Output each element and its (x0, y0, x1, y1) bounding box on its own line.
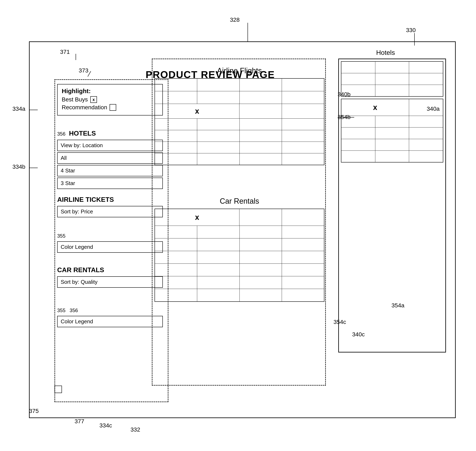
grid-cell (282, 238, 324, 251)
grid-row (341, 73, 443, 85)
grid-cell (409, 116, 443, 127)
grid-cell (282, 91, 324, 104)
main-content-332: Airline Flights (152, 59, 326, 386)
grid-row (155, 289, 324, 301)
highlight-section: Highlight: Best Buys x Recommendation (57, 84, 163, 115)
four-star-option[interactable]: 4 Star (57, 165, 163, 176)
color-legend-2[interactable]: Color Legend (57, 316, 163, 327)
arrow-371 (76, 54, 76, 60)
car-rentals-label: Car Rentals (154, 194, 324, 209)
grid-row (155, 251, 324, 264)
grid-cell-x-354c: x (155, 209, 239, 226)
grid-cell (375, 127, 409, 139)
grid-row (155, 276, 324, 289)
grid-cell (375, 62, 409, 73)
three-star-option[interactable]: 3 Star (57, 178, 163, 189)
grid-cell (375, 116, 409, 127)
grid-row-highlighted: x (155, 209, 324, 226)
grid-cell (341, 62, 375, 73)
ref-354a: 354a (392, 302, 404, 309)
car-rentals-title: CAR RENTALS (57, 266, 163, 274)
grid-row (341, 127, 443, 139)
grid-cell (341, 139, 375, 150)
car-rentals-grid: x (154, 209, 324, 302)
recommendation-row: Recommendation (62, 104, 158, 111)
grid-row (155, 130, 324, 142)
hotels-title: 356 HOTELS (57, 130, 163, 137)
recommendation-checkbox[interactable] (109, 104, 116, 111)
grid-cell (197, 119, 239, 130)
grid-cell (155, 153, 197, 165)
ref-330: 330 (406, 27, 416, 33)
best-buys-row: Best Buys x (62, 96, 158, 103)
sort-by-price[interactable]: Sort by: Price (57, 206, 163, 217)
sort-by-quality[interactable]: Sort by: Quality (57, 276, 163, 288)
grid-row-highlighted: x (155, 104, 324, 119)
grid-cell (375, 151, 409, 162)
ref-334c: 334c (99, 422, 112, 429)
arrow-328 (248, 23, 248, 41)
highlight-title: Highlight: (62, 88, 158, 94)
ref-356a: 356 (57, 131, 65, 137)
grid-cell (240, 264, 282, 276)
ref-340b: 340b (338, 91, 350, 98)
grid-cell (282, 289, 324, 301)
grid-cell (282, 142, 324, 153)
airline-flights-label: Airline Flights (154, 63, 324, 78)
grid-cell (375, 73, 409, 85)
ref-371: 371 (60, 49, 70, 55)
airline-flights-grid: x (154, 78, 324, 165)
grid-row (341, 116, 443, 127)
grid-cell (409, 62, 443, 73)
grid-cell (282, 226, 324, 238)
grid-cell (409, 73, 443, 85)
grid-cell (240, 130, 282, 142)
hotels-right-label: Hotels (376, 49, 395, 56)
grid-cell (197, 276, 239, 289)
hotels-grid (341, 61, 443, 97)
grid-cell (197, 251, 239, 263)
hotels-section: 356 HOTELS View by: Location All 4 Star … (57, 130, 163, 190)
best-buys-label: Best Buys (62, 96, 88, 103)
ref-377: 377 (75, 418, 84, 425)
grid-cell (240, 251, 282, 263)
car-rentals-panel: Car Rentals x (154, 194, 324, 302)
search-checkbox[interactable] (54, 386, 62, 393)
grid-cell (240, 153, 282, 165)
grid-row (155, 79, 324, 91)
best-buys-checkbox[interactable]: x (90, 96, 97, 103)
grid-cell (240, 91, 282, 104)
grid-cell (240, 142, 282, 153)
color-legend-section-2: 355356 Color Legend (57, 307, 163, 327)
grid-cell (282, 251, 324, 263)
all-option[interactable]: All (57, 152, 163, 164)
grid-cell (239, 209, 282, 226)
grid-cell-x-354a: x (341, 99, 409, 116)
car-rentals-section: CAR RENTALS Sort by: Quality (57, 266, 163, 289)
grid-cell (341, 127, 375, 139)
recommendation-label: Recommendation (62, 104, 107, 111)
view-by-location[interactable]: View by: Location (57, 140, 163, 151)
color-legend-1[interactable]: Color Legend (57, 241, 163, 253)
grid-cell (155, 91, 197, 104)
grid-row (155, 226, 324, 238)
grid-cell (197, 153, 239, 165)
grid-cell (155, 276, 197, 289)
grid-cell (282, 276, 324, 289)
ref-355b-356b: 355356 (57, 307, 163, 313)
arrow-334a (29, 110, 38, 110)
airline-flights-panel: Airline Flights (154, 63, 324, 165)
ref-373: 373 (79, 67, 89, 74)
grid-cell (240, 226, 282, 238)
grid-cell (240, 289, 282, 301)
grid-cell (155, 226, 197, 238)
grid-row (341, 85, 443, 96)
arrow-354b (338, 117, 354, 118)
outer-box-330: PRODUCT REVIEW PAGE Highlight: Best Buys… (29, 41, 456, 418)
grid-cell (197, 238, 239, 251)
grid-cell (197, 264, 239, 276)
grid-cell (155, 264, 197, 276)
grid-cell (240, 238, 282, 251)
color-legend-section-1: 355 Color Legend (57, 233, 163, 253)
ref-332: 332 (130, 426, 140, 433)
